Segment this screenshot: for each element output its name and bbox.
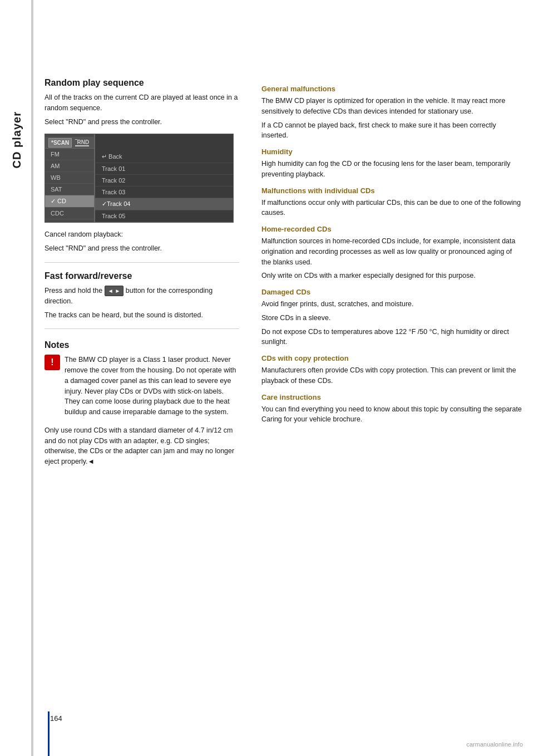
section-copy-protection: CDs with copy protection Manufacturers o… — [261, 354, 523, 386]
malfunctions-individual-para1: If malfunctions occur only with particul… — [261, 198, 523, 219]
cd-left-panel: *SCAN ‾RND FM AM WB SAT ✓ CD CDC — [45, 134, 95, 222]
side-tab: CD player — [0, 0, 33, 756]
home-recorded-para2: Only write on CDs with a marker especial… — [261, 271, 523, 281]
right-column: General malfunctions The BMW CD player i… — [256, 78, 523, 723]
cd-menu-cd: ✓ CD — [45, 195, 94, 208]
damaged-cds-para2: Store CDs in a sleeve. — [261, 313, 523, 323]
side-tab-label: CD player — [11, 111, 23, 168]
cd-track-02: Track 02 — [95, 175, 233, 186]
cd-track-04: ✓Track 04 — [95, 198, 233, 210]
cd-right-panel: ↵ Back Track 01 Track 02 Track 03 ✓Track… — [95, 134, 233, 222]
heading-random-play: Random play sequence — [44, 78, 239, 88]
fast-forward-para1: Press and hold the ◄ ► button for the co… — [44, 286, 239, 307]
page-number: 164 — [50, 714, 62, 723]
section-home-recorded: Home-recorded CDs Malfunction sources in… — [261, 225, 523, 281]
care-instructions-para1: You can find everything you need to know… — [261, 404, 523, 425]
general-malfunctions-para1: The BMW CD player is optimized for opera… — [261, 96, 523, 117]
notes-content: ! The BMW CD player is a Class 1 laser p… — [44, 355, 239, 421]
section-general-malfunctions: General malfunctions The BMW CD player i… — [261, 85, 523, 141]
damaged-cds-para1: Avoid finger prints, dust, scratches, an… — [261, 299, 523, 310]
main-content: Random play sequence All of the tracks o… — [33, 0, 534, 756]
cd-menu-fm: FM — [45, 149, 94, 160]
section-care-instructions: Care instructions You can find everythin… — [261, 393, 523, 425]
heading-damaged-cds: Damaged CDs — [261, 288, 523, 296]
heading-notes: Notes — [44, 340, 239, 350]
cancel-text: Cancel random playback: — [44, 229, 239, 240]
fast-forward-para2: The tracks can be heard, but the sound i… — [44, 310, 239, 321]
scan-button: *SCAN — [48, 138, 72, 148]
heading-humidity: Humidity — [261, 148, 523, 156]
cd-track-05: Track 05 — [95, 210, 233, 222]
section-notes: Notes ! The BMW CD player is a Class 1 l… — [44, 340, 239, 467]
heading-care-instructions: Care instructions — [261, 393, 523, 401]
heading-fast-forward: Fast forward/reverse — [44, 271, 239, 281]
heading-home-recorded: Home-recorded CDs — [261, 225, 523, 233]
copy-protection-para1: Manufacturers often provide CDs with cop… — [261, 365, 523, 386]
warning-icon: ! — [44, 355, 60, 370]
divider-2 — [44, 328, 239, 329]
general-malfunctions-para2: If a CD cannot be played back, first che… — [261, 120, 523, 141]
cd-menu-wb: WB — [45, 172, 94, 184]
cd-menu-sat: SAT — [45, 184, 94, 195]
cd-menu-am: AM — [45, 160, 94, 172]
watermark: carmanualonline.info — [466, 741, 523, 748]
rnd-label: ‾RND — [75, 139, 89, 146]
notes-para2: Only use round CDs with a standard diame… — [44, 425, 239, 467]
cd-track-03: Track 03 — [95, 186, 233, 198]
notes-warning-text: The BMW CD player is a Class 1 laser pro… — [65, 355, 239, 418]
humidity-para1: High humidity can fog the CD or the focu… — [261, 159, 523, 180]
section-humidity: Humidity High humidity can fog the CD or… — [261, 148, 523, 180]
section-damaged-cds: Damaged CDs Avoid finger prints, dust, s… — [261, 288, 523, 347]
select-rnd-text: Select "RND" and press the controller. — [44, 243, 239, 254]
section-malfunctions-individual: Malfunctions with individual CDs If malf… — [261, 186, 523, 219]
left-column: Random play sequence All of the tracks o… — [44, 78, 256, 723]
heading-general-malfunctions: General malfunctions — [261, 85, 523, 93]
heading-copy-protection: CDs with copy protection — [261, 354, 523, 362]
cd-track-back: ↵ Back — [95, 151, 233, 163]
divider-1 — [44, 262, 239, 263]
cd-menu-cdc: CDC — [45, 208, 94, 219]
cd-display: *SCAN ‾RND FM AM WB SAT ✓ CD CDC — [44, 134, 234, 223]
heading-malfunctions-individual: Malfunctions with individual CDs — [261, 186, 523, 195]
side-tab-bar — [31, 0, 33, 756]
page-container: CD player Random play sequence All of th… — [0, 0, 534, 756]
fast-forward-text1: Press and hold the — [44, 287, 102, 294]
section-fast-forward: Fast forward/reverse Press and hold the … — [44, 271, 239, 321]
section-random-play: Random play sequence All of the tracks o… — [44, 78, 239, 254]
random-play-para2: Select "RND" and press the controller. — [44, 117, 239, 127]
random-play-para1: All of the tracks on the current CD are … — [44, 92, 239, 114]
damaged-cds-para3: Do not expose CDs to temperatures above … — [261, 327, 523, 348]
cd-track-01: Track 01 — [95, 163, 233, 175]
page-marker — [48, 711, 50, 756]
home-recorded-para1: Malfunction sources in home-recorded CDs… — [261, 236, 523, 267]
forward-reverse-button: ◄ ► — [105, 286, 124, 296]
